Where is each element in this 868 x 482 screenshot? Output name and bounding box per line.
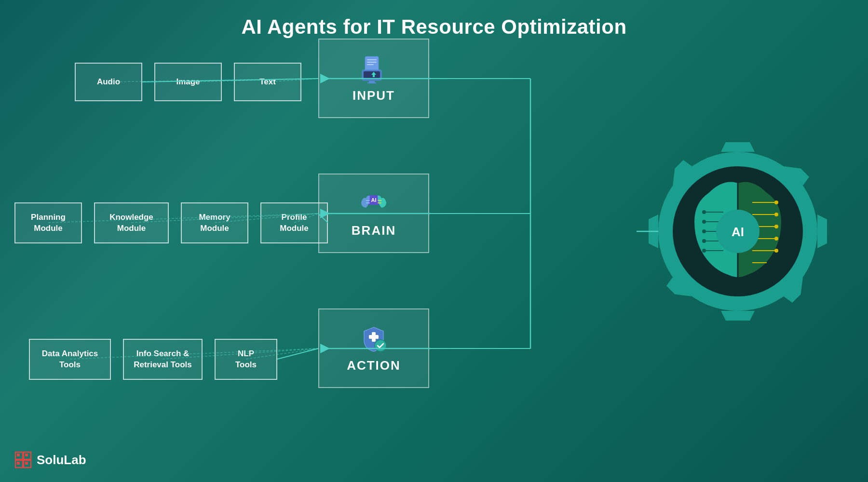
svg-point-50 [702, 220, 706, 224]
svg-rect-1 [367, 59, 377, 60]
panel-action-label: ACTION [347, 358, 401, 373]
svg-text:AI: AI [371, 197, 377, 203]
box-audio: Audio [75, 63, 142, 101]
svg-line-21 [277, 348, 318, 359]
svg-rect-77 [25, 462, 28, 465]
svg-point-62 [774, 225, 778, 228]
svg-point-64 [774, 249, 778, 253]
svg-rect-3 [367, 64, 374, 65]
svg-point-18 [375, 340, 386, 351]
gear-ai-container: AI [637, 87, 839, 366]
box-memory: Memory Module [181, 202, 248, 243]
svg-rect-7 [367, 82, 376, 83]
svg-point-52 [702, 239, 706, 243]
svg-point-53 [702, 249, 706, 253]
svg-rect-9 [373, 75, 375, 77]
svg-point-61 [774, 213, 778, 216]
svg-point-60 [774, 201, 778, 204]
page-title: AI Agents for IT Resource Optimization [0, 0, 868, 39]
svg-point-51 [702, 229, 706, 233]
svg-rect-17 [369, 335, 379, 339]
box-profile: Profile Module [260, 202, 328, 243]
panel-input: INPUT [318, 39, 429, 118]
svg-rect-75 [17, 462, 20, 465]
box-info-search: Info Search & Retrieval Tools [123, 339, 203, 380]
panel-brain-label: BRAIN [352, 223, 396, 238]
svg-point-63 [774, 237, 778, 241]
panel-brain: AI BRAIN [318, 174, 429, 253]
panel-action: ACTION [318, 308, 429, 388]
solulab-text: SoluLab [37, 453, 86, 468]
svg-rect-2 [367, 62, 377, 63]
solulab-logo: SoluLab [14, 451, 86, 469]
box-knowledge: Knowledge Module [94, 202, 169, 243]
svg-text:AI: AI [732, 225, 744, 239]
box-image: Image [154, 63, 222, 101]
svg-rect-6 [369, 81, 375, 82]
panel-input-label: INPUT [353, 88, 395, 103]
box-planning: Planning Module [14, 202, 82, 243]
svg-rect-71 [17, 454, 20, 456]
box-text: Text [234, 63, 301, 101]
svg-point-49 [702, 210, 706, 214]
box-nlp: NLP Tools [215, 339, 277, 380]
box-data-analytics: Data Analytics Tools [29, 339, 111, 380]
svg-rect-73 [25, 454, 28, 456]
